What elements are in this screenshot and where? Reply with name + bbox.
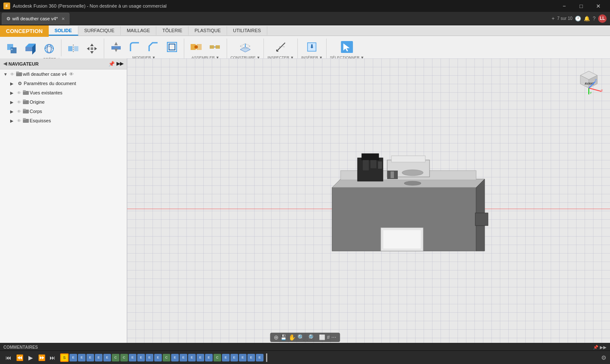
timeline-play[interactable]: ▶ [25,353,36,363]
timeline-step-3[interactable]: E [86,354,94,361]
navigator-header-actions: 📌 ▶▶ [108,61,123,67]
viewport-more-icon[interactable]: ⋯ [331,334,336,340]
timeline-step-9[interactable]: E [137,354,145,361]
assembler-rigid-group[interactable] [206,39,223,55]
timeline-step-5[interactable]: E [103,354,111,361]
separator-1 [61,39,61,56]
timeline-step-2[interactable]: E [78,354,86,361]
navigator-collapse-arrow[interactable]: ◀ [3,61,7,66]
timeline-prev[interactable]: ⏪ [14,353,25,363]
construire-offset-plane[interactable] [237,39,254,55]
vues-visibility-icon[interactable]: 👁 [17,91,21,95]
viewport-zoom-icon[interactable]: 🔍 [297,334,305,341]
creer-extrude[interactable] [22,41,39,56]
timeline-step-10[interactable]: E [146,354,153,361]
timeline-step-1[interactable]: E [69,354,77,361]
timeline-step-18[interactable]: C [214,354,221,361]
timeline-step-4[interactable]: E [95,354,103,361]
tab-utilitaires[interactable]: UTILITAIRES [227,26,267,36]
help-icon[interactable]: ? [593,16,596,22]
creer-move[interactable] [83,41,100,56]
navigator-pin-icon[interactable]: 📌 [108,61,115,67]
inserer-derive[interactable]: ⬇ [303,39,320,55]
esquisses-expand[interactable]: ▶ [10,119,16,123]
tree-item-corps[interactable]: ▶ 👁 Corps [0,107,127,116]
viewport-display-icon[interactable]: ⬜ [319,334,325,340]
maximize-button[interactable]: □ [573,0,590,12]
view-cube-svg[interactable]: AVANT Y X Z [572,63,606,97]
timeline-step-14[interactable]: E [180,354,187,361]
root-eye-icon[interactable]: 👁 [69,72,74,77]
tab-maillage[interactable]: MAILLAGE [121,26,156,36]
tree-root-item[interactable]: ▼ 👁 wifi deauther case v4 👁 [0,69,127,79]
close-button[interactable]: ✕ [590,0,607,12]
minimize-button[interactable]: − [556,0,573,12]
timeline-prev-start[interactable]: ⏮ [3,353,14,363]
tab-solide[interactable]: SOLIDE [49,26,78,36]
viewport-grid-snap-icon[interactable]: ⊕ [274,334,279,341]
timeline-step-6[interactable]: C [112,354,119,361]
modifier-shell[interactable] [164,39,180,55]
viewport-pan-icon[interactable]: ✋ [288,334,296,341]
comments-collapse-icon[interactable]: ▶▶ [600,345,607,350]
timeline-next-end[interactable]: ⏭ [47,353,58,363]
timeline-step-17[interactable]: E [205,354,213,361]
vues-expand[interactable]: ▶ [10,91,16,95]
tab-surfacique[interactable]: SURFACIQUE [78,26,121,36]
document-tab-bar: ⚙ wifi deauther case v4* ✕ + 7 sur 10 🕐 … [0,12,610,25]
viewport-grid-icon[interactable]: # [327,334,330,340]
corps-expand[interactable]: ▶ [10,109,16,114]
timeline-step-15[interactable]: E [188,354,196,361]
inspecter-measure[interactable]: ←→ [272,39,289,55]
settings-icon[interactable]: ⚙ [601,354,607,361]
modifier-press-pull[interactable] [108,39,125,55]
tab-plastique[interactable]: PLASTIQUE [189,26,227,36]
tab-close-icon[interactable]: ✕ [61,17,65,21]
params-expand[interactable]: ▶ [10,81,16,86]
timeline-icon-active[interactable]: S [60,353,69,362]
timeline-step-16[interactable]: E [197,354,204,361]
root-expand-arrow[interactable]: ▼ [3,72,9,77]
timeline-step-13[interactable]: E [171,354,179,361]
modifier-fillet[interactable] [126,39,143,55]
modifier-chamfer[interactable] [145,39,162,55]
corps-visibility-icon[interactable]: 👁 [17,109,21,114]
timeline-step-12[interactable]: C [163,354,170,361]
tree-item-esquisses[interactable]: ▶ 👁 Esquisses [0,116,127,125]
timeline-step-21[interactable]: E [239,354,247,361]
timeline-step-11[interactable]: E [154,354,162,361]
selectionner-select[interactable] [338,39,355,55]
viewport-save-icon[interactable]: 💾 [280,334,287,340]
creer-revolve[interactable] [41,41,58,56]
timeline-step-22[interactable]: E [247,354,255,361]
esquisses-visibility-icon[interactable]: 👁 [17,119,21,123]
timeline-step-7[interactable]: C [120,354,128,361]
origine-expand[interactable]: ▶ [10,100,16,105]
assembler-joint[interactable] [188,39,205,55]
timeline-step-20[interactable]: E [230,354,238,361]
new-tab-btn[interactable]: + [552,16,555,22]
viewport-fit-icon[interactable]: 🔎 [306,334,313,341]
viewport[interactable]: AVANT Y X Z [127,58,610,343]
navigator-collapse-btn[interactable]: ▶▶ [116,61,123,67]
conception-button[interactable]: CONCEPTION [0,25,49,37]
notification-icon[interactable]: 🔔 [584,16,590,22]
tree-item-params[interactable]: ▶ ⚙ Paramètres du document [0,79,127,88]
creer-new-component[interactable]: + [3,41,20,56]
timeline-step-23[interactable]: E [256,354,263,361]
view-cube[interactable]: AVANT Y X Z [572,63,606,97]
timeline-step-8[interactable]: E [129,354,136,361]
timeline-step-19[interactable]: E [222,354,230,361]
origine-folder-icon [23,99,29,105]
comments-pin-icon[interactable]: 📌 [593,345,598,350]
user-avatar[interactable]: LL [598,14,607,23]
creer-mirror[interactable] [65,41,82,56]
origine-visibility-icon[interactable]: 👁 [17,100,21,105]
corps-folder-icon [23,108,29,114]
tree-item-origine[interactable]: ▶ 👁 Origine [0,97,127,107]
timeline-next[interactable]: ⏩ [36,353,47,363]
tab-tolerie[interactable]: TÔLERIE [156,26,189,36]
root-visibility-icon[interactable]: 👁 [10,72,14,77]
active-document-tab[interactable]: ⚙ wifi deauther case v4* ✕ [2,13,69,25]
tree-item-vues[interactable]: ▶ 👁 Vues existantes [0,88,127,97]
